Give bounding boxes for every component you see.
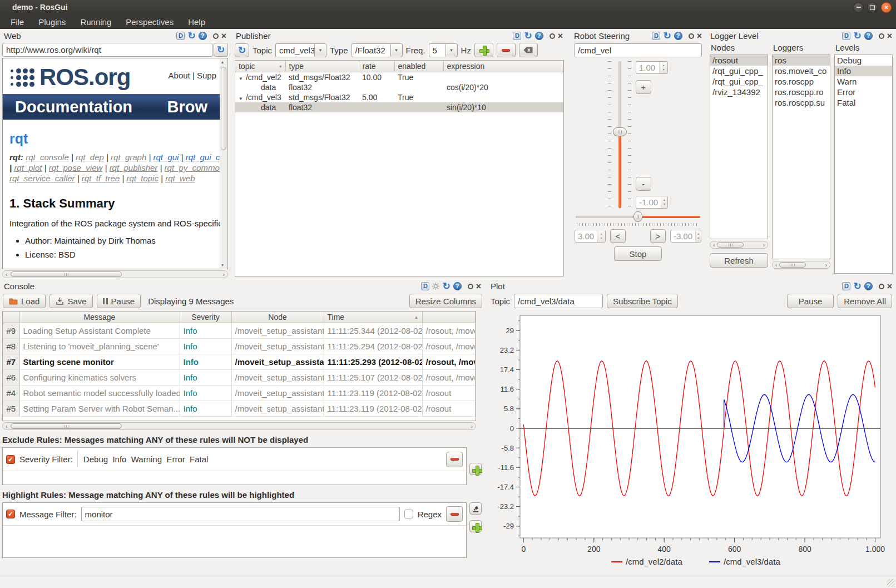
loggers-scrollbar[interactable]: ‹ › — [772, 261, 830, 269]
angular-right-button[interactable]: > — [650, 229, 666, 243]
link-rqt_topic[interactable]: rqt_topic — [126, 174, 159, 183]
undock-button[interactable] — [468, 284, 473, 289]
spin-arrows[interactable]: ▴▾ — [695, 230, 701, 242]
help-icon[interactable]: ? — [674, 32, 682, 40]
angular-left-button[interactable]: < — [610, 229, 626, 243]
chevron-down-icon[interactable]: ▾ — [445, 43, 458, 57]
spin-value[interactable]: 1.00 — [636, 62, 659, 73]
link-rqt_service_caller[interactable]: rqt_service_caller — [9, 174, 75, 183]
add-publisher-button[interactable] — [474, 43, 493, 57]
levels-list[interactable]: DebugInfoWarnErrorFatal — [834, 55, 893, 274]
linear-decrease-button[interactable]: - — [636, 177, 651, 191]
publisher-table-row[interactable]: ▼/cmd_vel2std_msgs/Float3210.00True — [235, 72, 563, 83]
help-icon[interactable]: ? — [864, 32, 873, 40]
console-message-row[interactable]: #6Configuring kinematics solversInfo/mov… — [3, 370, 476, 386]
dock-button[interactable]: D — [176, 32, 185, 40]
refresh-topics-button[interactable]: ↻ — [235, 43, 249, 57]
dock-button[interactable]: D — [842, 32, 850, 40]
nodes-list[interactable]: /rosout/rqt_gui_cpp_/rqt_gui_cpp_/rviz_1… — [710, 55, 768, 239]
undock-button[interactable] — [213, 33, 219, 39]
close-panel-button[interactable]: × — [558, 32, 563, 41]
scroll-left-icon[interactable]: ‹ — [6, 423, 7, 430]
link-rqt_pose_view[interactable]: rqt_pose_view — [49, 163, 103, 172]
link-rqt_gui[interactable]: rqt_gui — [154, 152, 179, 162]
web-vertical-scrollbar[interactable]: ▴ ▾ — [220, 59, 227, 268]
scroll-thumb[interactable] — [779, 262, 806, 268]
reload-page-button[interactable]: ↻ — [214, 43, 228, 57]
console-message-row[interactable]: #8Listening to 'moveit_planning_scene'In… — [3, 339, 476, 354]
load-button[interactable]: Load — [3, 294, 46, 308]
column-header-enabled[interactable]: enabled — [394, 61, 443, 72]
chevron-down-icon[interactable]: ▾ — [390, 43, 403, 57]
highlight-options-button[interactable] — [469, 502, 482, 515]
console-message-row[interactable]: #9Loading Setup Assistant CompleteInfo/m… — [3, 323, 476, 339]
sort-ascending-icon[interactable]: ▲ — [414, 315, 419, 320]
undock-button[interactable] — [689, 33, 694, 39]
plot-canvas-area[interactable]: 2923.217.411.65.80-5.8-11.6-17.4-23.2-29… — [488, 310, 895, 574]
scroll-left-icon[interactable]: ‹ — [6, 271, 7, 278]
web-view[interactable]: ROS.org About | Supp Documentation Brow … — [2, 58, 228, 269]
spin-arrows[interactable]: ▴▾ — [661, 196, 667, 208]
list-item[interactable]: Fatal — [835, 97, 892, 108]
scroll-right-icon[interactable]: › — [471, 423, 473, 430]
list-item[interactable]: /rqt_gui_cpp_ — [710, 66, 768, 76]
list-item[interactable]: ros.roscpp.ro — [773, 87, 830, 97]
undock-button[interactable] — [550, 33, 555, 39]
scroll-right-icon[interactable]: › — [825, 262, 827, 269]
remove-all-button[interactable]: Remove All — [838, 294, 892, 308]
menu-help[interactable]: Help — [181, 16, 212, 28]
link-rqt_gui_cpp[interactable]: rqt_gui_cpp — [186, 152, 220, 162]
dock-button[interactable]: D — [842, 282, 850, 290]
console-message-row[interactable]: #4Robot semantic model successfully load… — [3, 386, 476, 401]
list-item[interactable]: /rqt_gui_cpp_ — [710, 76, 768, 87]
column-header-Node[interactable]: Node — [231, 312, 324, 323]
close-button[interactable]: × — [881, 2, 892, 13]
list-item[interactable]: Info — [835, 66, 892, 76]
remove-publisher-button[interactable] — [497, 43, 516, 57]
severity-filter-checkbox[interactable]: ✓ — [6, 455, 15, 464]
url-input[interactable]: http://www.ros.org/wiki/rqt — [2, 43, 212, 57]
column-header-rate[interactable]: rate — [359, 61, 394, 72]
scroll-right-icon[interactable]: › — [763, 242, 765, 249]
column-header-blank[interactable] — [3, 312, 19, 323]
menu-file[interactable]: File — [3, 16, 31, 28]
spin-arrows[interactable]: ▴▾ — [597, 230, 605, 242]
list-item[interactable]: ros.roscpp — [773, 76, 830, 87]
reload-plugin-icon[interactable]: ↻ — [442, 281, 450, 291]
reload-plugin-icon[interactable]: ↻ — [853, 281, 861, 291]
close-panel-button[interactable]: × — [697, 32, 702, 41]
list-item[interactable]: ros — [773, 55, 830, 66]
sort-indicator-icon[interactable]: ▾ — [279, 64, 281, 69]
scroll-right-icon[interactable]: › — [223, 271, 225, 278]
linear-max-spinbox[interactable]: 1.00 ▴▾ — [636, 61, 668, 74]
nav-browse[interactable]: Brow — [167, 98, 208, 116]
column-header-topic[interactable]: topic▾ — [235, 61, 285, 72]
add-highlight-rule-button[interactable] — [469, 520, 482, 532]
topic-combo-value[interactable]: cmd_vel3 — [275, 43, 314, 57]
page-nav-bar[interactable]: Documentation Brow — [3, 94, 220, 120]
reload-plugin-icon[interactable]: ↻ — [524, 31, 532, 41]
list-item[interactable]: /rosout — [710, 55, 768, 66]
regex-checkbox[interactable] — [404, 510, 413, 518]
freq-combo[interactable]: 5 ▾ — [429, 43, 458, 57]
remove-exclude-rule-button[interactable] — [446, 452, 463, 467]
column-header-expression[interactable]: expression — [443, 61, 563, 72]
web-horizontal-scrollbar[interactable]: ‹ › — [2, 270, 228, 278]
close-panel-button[interactable]: × — [887, 282, 892, 291]
help-icon[interactable]: ? — [535, 32, 543, 40]
steering-topic-input[interactable]: /cmd_vel — [574, 43, 702, 57]
list-item[interactable]: /rviz_134392 — [710, 87, 768, 97]
spin-value[interactable]: -1.00 — [636, 196, 661, 208]
scroll-left-icon[interactable]: ‹ — [713, 242, 715, 249]
maximize-button[interactable] — [867, 2, 878, 13]
minimize-button[interactable] — [853, 2, 864, 13]
dock-button[interactable]: D — [652, 32, 660, 40]
undock-button[interactable] — [879, 284, 884, 289]
highlight-rules-list[interactable]: ✓ Message Filter: monitor Regex — [2, 502, 467, 558]
subscribe-topic-button[interactable]: Subscribe Topic — [607, 294, 678, 308]
close-panel-button[interactable]: × — [221, 32, 226, 41]
topic-combo[interactable]: cmd_vel3 ▾ — [275, 43, 326, 57]
message-filter-rule[interactable]: ✓ Message Filter: monitor Regex — [3, 503, 466, 526]
linear-velocity-slider[interactable] — [608, 61, 631, 208]
link-rqt_web[interactable]: rqt_web — [165, 174, 195, 183]
